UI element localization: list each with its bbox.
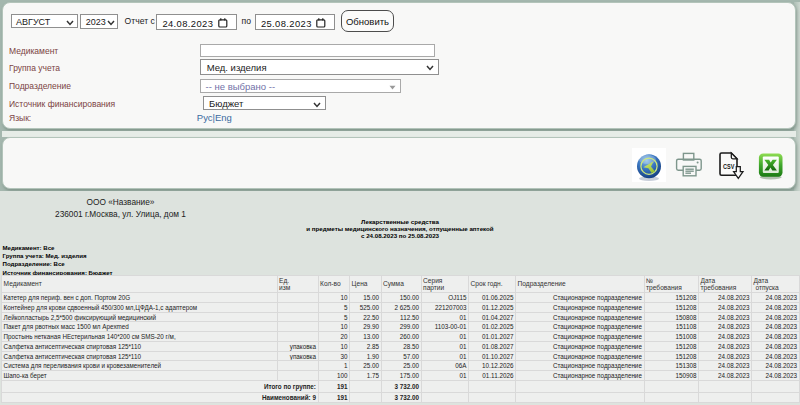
svg-text:CSV: CSV: [723, 162, 735, 171]
